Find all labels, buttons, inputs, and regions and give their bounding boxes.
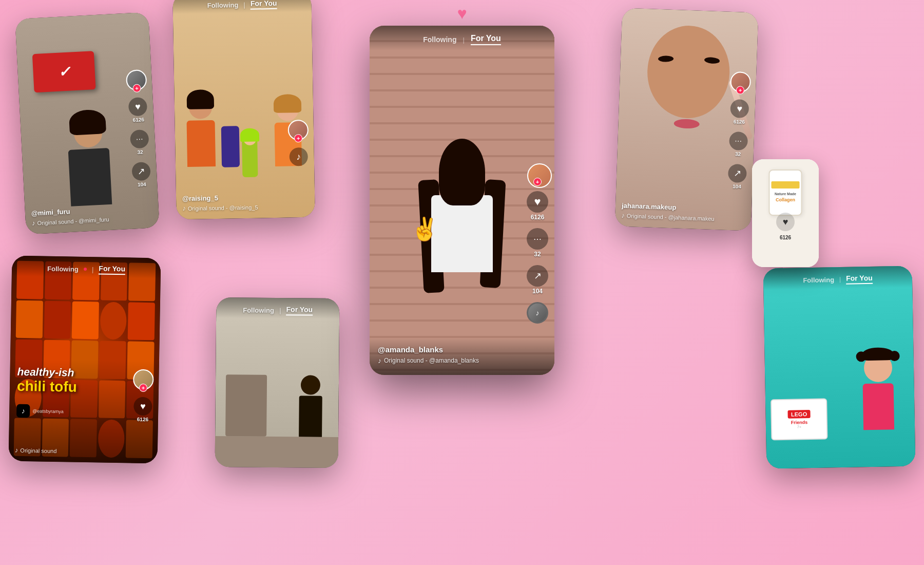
amanda-figure: ✌	[406, 139, 518, 334]
makeup-head	[646, 24, 731, 119]
doll-head	[243, 133, 256, 145]
for-you-label-amanda: For You	[471, 34, 501, 45]
avatar-jahanara[interactable]: +	[730, 71, 751, 92]
music-note-2: ♪	[182, 204, 186, 212]
comment-action-jahanara[interactable]: ⋯ 32	[729, 131, 748, 157]
comment-count: 32	[137, 149, 143, 155]
sound-chili: ♪ Original sound	[15, 446, 151, 457]
phone-card-chili: Following | For You healthy-ish chili to…	[9, 255, 161, 463]
right-actions-jahanara: + ♥ 6126 ⋯ 32 ↗ 104	[726, 71, 751, 190]
right-actions-chili: + ♥ 6126	[132, 369, 154, 423]
phone-card-lego: LEGO Friends 7+ Following | For You	[763, 266, 916, 468]
makeup-face	[640, 24, 736, 150]
phone-card-interior: Following | For You	[215, 297, 340, 468]
lego-child	[857, 353, 900, 436]
avatar-chili[interactable]: +	[133, 369, 154, 390]
avatar-mimi[interactable]: +	[126, 69, 147, 91]
like-count-jahanara: 6126	[734, 119, 745, 125]
chili-tofu-text: chili tofu	[17, 378, 77, 396]
like-action-chili[interactable]: ♥ 6126	[133, 397, 152, 423]
nav-amanda: Following | For You	[370, 26, 554, 50]
amanda-hair-top	[439, 139, 485, 205]
follow-badge-2[interactable]: +	[294, 134, 302, 142]
tiktok-logo: ♪ @eatsbyramya	[16, 404, 64, 419]
lego-box: LEGO Friends 7+	[771, 398, 827, 440]
silhouette-head	[301, 375, 320, 394]
nike-logo: ✓	[57, 63, 70, 81]
interior-bg	[215, 297, 340, 468]
tiktok-handle-chili: @eatsbyramya	[32, 408, 64, 414]
like-action-amanda[interactable]: ♥ 6126	[527, 191, 548, 221]
lego-child-hair	[862, 347, 893, 361]
amanda-body	[431, 195, 493, 272]
for-you-chili: For You	[99, 264, 125, 275]
avatar-amanda[interactable]: +	[527, 163, 548, 184]
phone-card-raising5: Following | For You @raising_5 ♪ Origina…	[172, 0, 315, 219]
following-label: Following	[207, 1, 239, 9]
nike-box: ✓	[32, 51, 96, 92]
heart-icon-supplement[interactable]: ♥	[776, 213, 795, 231]
eye-left	[658, 55, 673, 62]
comment-count-jahanara: 32	[735, 151, 741, 157]
nav-chili: Following | For You	[12, 255, 161, 278]
food-overlay	[9, 255, 161, 463]
phone-card-mimi-furu: ✓ + ♥ 6126 ⋯ 32	[15, 12, 160, 234]
collagen-label: Collagen	[776, 197, 795, 202]
eye-right	[704, 56, 720, 64]
following-label-chili: Following	[47, 265, 79, 273]
bottom-info-chili: ♪ Original sound	[9, 441, 158, 463]
bottom-info-jahanara: jahanara.makeup ♪ Original sound - @jaha…	[615, 196, 752, 231]
following-label-amanda: Following	[423, 35, 456, 44]
doll-hair	[240, 128, 259, 142]
follow-badge-chili[interactable]: +	[139, 384, 147, 392]
music-disc-amanda[interactable]: ♪	[527, 302, 548, 324]
kid1-hair	[186, 89, 214, 109]
music-note-jahanara: ♪	[621, 212, 625, 219]
silhouette-body	[299, 396, 322, 437]
tiktok-scene: ♥ ✓ + ♥ 612	[0, 0, 924, 565]
chili-title: healthy-ish chili tofu	[17, 366, 78, 396]
video-bg-lego: LEGO Friends 7+	[763, 266, 916, 468]
like-action[interactable]: ♥ 6126	[128, 97, 148, 123]
lego-child-head	[863, 353, 892, 382]
sound-raising5: ♪ Original sound - @raising_5	[182, 202, 309, 212]
for-you-int: For You	[286, 305, 313, 315]
avatar-raising5[interactable]: +	[288, 120, 309, 141]
share-action-jahanara[interactable]: ↗ 104	[727, 164, 747, 190]
deco-heart: ♥	[457, 4, 467, 23]
comment-icon: ⋯	[130, 129, 149, 149]
music-disc-raising5[interactable]: ♪	[289, 147, 308, 166]
following-label-lego: Following	[803, 276, 834, 284]
red-dot-chili	[84, 268, 87, 271]
username-amanda: @amanda_blanks	[378, 345, 546, 354]
nav-divider-amanda: |	[463, 36, 464, 44]
share-icon: ↗	[131, 162, 151, 181]
follow-badge[interactable]: +	[132, 84, 141, 92]
lego-friends-text: Friends	[791, 420, 808, 425]
follow-badge-amanda[interactable]: +	[533, 178, 542, 186]
doll-green	[242, 131, 258, 178]
phone-card-jahanara: + ♥ 6126 ⋯ 32 ↗ 104 jahanara.makeup ♪ Or…	[615, 8, 759, 231]
share-action[interactable]: ↗ 104	[131, 162, 151, 188]
like-action-jahanara[interactable]: ♥ 6126	[730, 99, 749, 125]
nav-raising5: Following | For You	[172, 0, 312, 14]
bottle-top	[772, 181, 800, 189]
heart-icon-chili: ♥	[133, 397, 152, 416]
comment-action-amanda[interactable]: ⋯ 32	[527, 228, 548, 258]
person-body	[68, 148, 112, 206]
heart-icon-amanda: ♥	[527, 191, 548, 213]
heart-icon: ♥	[128, 97, 148, 117]
lego-child-body	[863, 383, 895, 430]
supplement-actions: ♥ 6126	[776, 213, 795, 241]
like-count-amanda: 6126	[531, 214, 545, 221]
comment-icon-amanda: ⋯	[527, 228, 548, 250]
tiktok-t: ♪	[22, 407, 25, 415]
music-disc-icon: ♪	[527, 302, 548, 324]
sound-amanda: ♪ Original sound - @amanda_blanks	[378, 356, 546, 365]
comment-action[interactable]: ⋯ 32	[130, 129, 150, 156]
follow-badge-jahanara[interactable]: +	[736, 86, 745, 95]
share-count: 104	[138, 181, 146, 187]
share-action-amanda[interactable]: ↗ 104	[527, 265, 548, 295]
music-note-chili: ♪	[15, 446, 18, 454]
share-count-amanda: 104	[532, 288, 543, 295]
